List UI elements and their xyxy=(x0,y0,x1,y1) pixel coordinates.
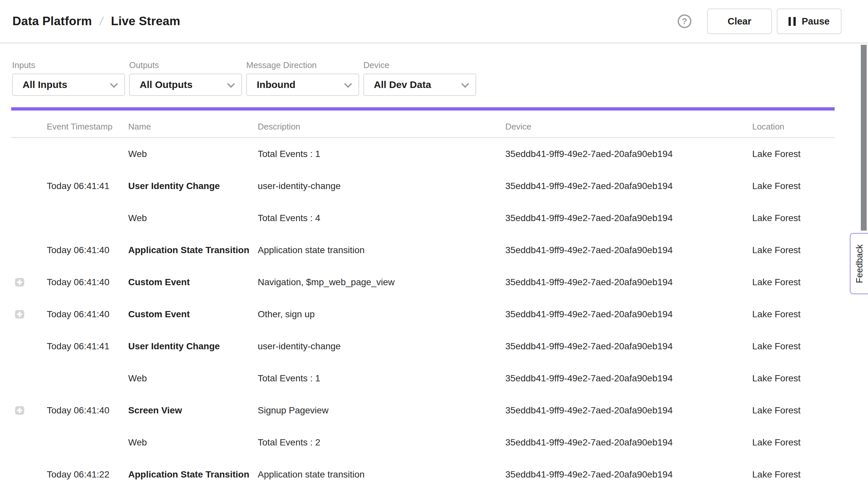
location-cell: Lake Forest xyxy=(752,277,835,287)
clear-button[interactable]: Clear xyxy=(707,8,772,34)
expand-row-button[interactable] xyxy=(15,278,24,286)
event-name-cell: Application State Transition xyxy=(128,469,258,480)
location-cell: Lake Forest xyxy=(752,341,835,352)
table-row[interactable]: Today 06:41:41 User Identity Change user… xyxy=(11,170,835,202)
expand-cell xyxy=(11,278,47,286)
filter-outputs-label: Outputs xyxy=(129,60,242,70)
pause-button-label: Pause xyxy=(802,16,829,27)
event-name-cell: Web xyxy=(128,213,258,223)
message-direction-select[interactable]: Inbound xyxy=(246,73,359,96)
event-timestamp-cell: Today 06:41:41 xyxy=(47,181,128,191)
location-cell: Lake Forest xyxy=(752,245,835,255)
outputs-select[interactable]: All Outputs xyxy=(129,73,242,96)
device-id-cell: 35eddb41-9ff9-49e2-7aed-20afa90eb194 xyxy=(505,213,752,223)
event-description-cell: Total Events : 1 xyxy=(258,373,505,384)
device-id-cell: 35eddb41-9ff9-49e2-7aed-20afa90eb194 xyxy=(505,277,752,287)
location-cell: Lake Forest xyxy=(752,469,835,480)
chevron-down-icon xyxy=(461,80,469,88)
live-stream-progress-bar xyxy=(11,107,835,111)
location-cell: Lake Forest xyxy=(752,149,835,159)
column-header-device: Device xyxy=(505,122,752,137)
event-timestamp-cell: Today 06:41:40 xyxy=(47,309,128,320)
location-cell: Lake Forest xyxy=(752,405,835,416)
chevron-down-icon xyxy=(227,80,235,88)
filter-device: Device All Dev Data xyxy=(363,60,476,96)
event-name-cell: Web xyxy=(128,437,258,448)
table-row[interactable]: Today 06:41:40 Custom Event Navigation, … xyxy=(11,266,835,298)
event-name-cell: Application State Transition xyxy=(128,245,258,255)
device-id-cell: 35eddb41-9ff9-49e2-7aed-20afa90eb194 xyxy=(505,149,752,159)
event-description-cell: Signup Pageview xyxy=(258,405,505,416)
event-description-cell: user-identity-change xyxy=(258,181,505,191)
device-id-cell: 35eddb41-9ff9-49e2-7aed-20afa90eb194 xyxy=(505,341,752,352)
filter-outputs: Outputs All Outputs xyxy=(129,60,242,96)
device-select-value: All Dev Data xyxy=(374,79,431,90)
column-header-expand xyxy=(11,132,47,137)
expand-row-button[interactable] xyxy=(15,310,24,318)
event-description-cell: user-identity-change xyxy=(258,341,505,352)
pause-button[interactable]: Pause xyxy=(777,8,841,34)
event-description-cell: Navigation, $mp_web_page_view xyxy=(258,277,505,287)
event-name-cell: Web xyxy=(128,373,258,384)
event-name-cell: Custom Event xyxy=(128,277,258,287)
vertical-scrollbar-thumb[interactable] xyxy=(861,45,867,231)
location-cell: Lake Forest xyxy=(752,213,835,223)
top-actions: ? Clear Pause xyxy=(678,8,841,34)
help-icon-glyph: ? xyxy=(682,17,687,27)
event-name-cell: Screen View xyxy=(128,405,258,416)
device-id-cell: 35eddb41-9ff9-49e2-7aed-20afa90eb194 xyxy=(505,309,752,320)
device-select[interactable]: All Dev Data xyxy=(363,73,476,96)
table-row[interactable]: Today 06:41:40 Screen View Signup Pagevi… xyxy=(11,394,835,426)
feedback-tab-label: Feedback xyxy=(855,244,865,283)
filter-message-direction-label: Message Direction xyxy=(246,60,359,70)
location-cell: Lake Forest xyxy=(752,373,835,384)
top-bar: Data Platform / Live Stream ? Clear Paus… xyxy=(0,0,868,43)
table-row[interactable]: Web Total Events : 2 35eddb41-9ff9-49e2-… xyxy=(11,426,835,458)
breadcrumb-section[interactable]: Data Platform xyxy=(12,14,92,28)
event-timestamp-cell: Today 06:41:22 xyxy=(47,469,128,480)
help-icon[interactable]: ? xyxy=(678,14,691,28)
breadcrumb-separator: / xyxy=(98,14,105,28)
device-id-cell: 35eddb41-9ff9-49e2-7aed-20afa90eb194 xyxy=(505,437,752,448)
filters-bar: Inputs All Inputs Outputs All Outputs Me… xyxy=(0,43,868,96)
location-cell: Lake Forest xyxy=(752,309,835,320)
expand-cell xyxy=(11,310,47,318)
event-timestamp-cell: Today 06:41:41 xyxy=(47,341,128,352)
inputs-select-value: All Inputs xyxy=(23,79,67,90)
table-row[interactable]: Today 06:41:40 Custom Event Other, sign … xyxy=(11,298,835,330)
events-table-header: Event Timestamp Name Description Device … xyxy=(11,111,835,138)
filter-message-direction: Message Direction Inbound xyxy=(246,60,359,96)
expand-cell xyxy=(11,406,47,415)
column-header-location: Location xyxy=(752,122,835,137)
event-description-cell: Total Events : 2 xyxy=(258,437,505,448)
table-row[interactable]: Web Total Events : 4 35eddb41-9ff9-49e2-… xyxy=(11,202,835,234)
filter-inputs: Inputs All Inputs xyxy=(12,60,125,96)
clear-button-label: Clear xyxy=(728,16,751,27)
device-id-cell: 35eddb41-9ff9-49e2-7aed-20afa90eb194 xyxy=(505,373,752,384)
page-title: Live Stream xyxy=(111,14,180,28)
location-cell: Lake Forest xyxy=(752,181,835,191)
column-header-event-timestamp: Event Timestamp xyxy=(47,122,128,137)
breadcrumb: Data Platform / Live Stream xyxy=(12,14,180,28)
table-row[interactable]: Today 06:41:41 User Identity Change user… xyxy=(11,330,835,362)
table-row[interactable]: Today 06:41:22 Application State Transit… xyxy=(11,458,835,486)
filter-inputs-label: Inputs xyxy=(12,60,125,70)
table-row[interactable]: Web Total Events : 1 35eddb41-9ff9-49e2-… xyxy=(11,362,835,394)
device-id-cell: 35eddb41-9ff9-49e2-7aed-20afa90eb194 xyxy=(505,405,752,416)
event-timestamp-cell: Today 06:41:40 xyxy=(47,245,128,255)
filter-device-label: Device xyxy=(363,60,476,70)
event-name-cell: Web xyxy=(128,149,258,159)
feedback-tab[interactable]: Feedback xyxy=(850,233,868,294)
device-id-cell: 35eddb41-9ff9-49e2-7aed-20afa90eb194 xyxy=(505,245,752,255)
event-name-cell: User Identity Change xyxy=(128,181,258,191)
table-row[interactable]: Web Total Events : 1 35eddb41-9ff9-49e2-… xyxy=(11,138,835,170)
events-table-body: Web Total Events : 1 35eddb41-9ff9-49e2-… xyxy=(0,138,868,486)
event-description-cell: Total Events : 1 xyxy=(258,149,505,159)
inputs-select[interactable]: All Inputs xyxy=(12,73,125,96)
expand-row-button[interactable] xyxy=(15,406,24,415)
column-header-name: Name xyxy=(128,122,258,137)
event-description-cell: Other, sign up xyxy=(258,309,505,320)
event-name-cell: Custom Event xyxy=(128,309,258,320)
device-id-cell: 35eddb41-9ff9-49e2-7aed-20afa90eb194 xyxy=(505,469,752,480)
table-row[interactable]: Today 06:41:40 Application State Transit… xyxy=(11,234,835,266)
